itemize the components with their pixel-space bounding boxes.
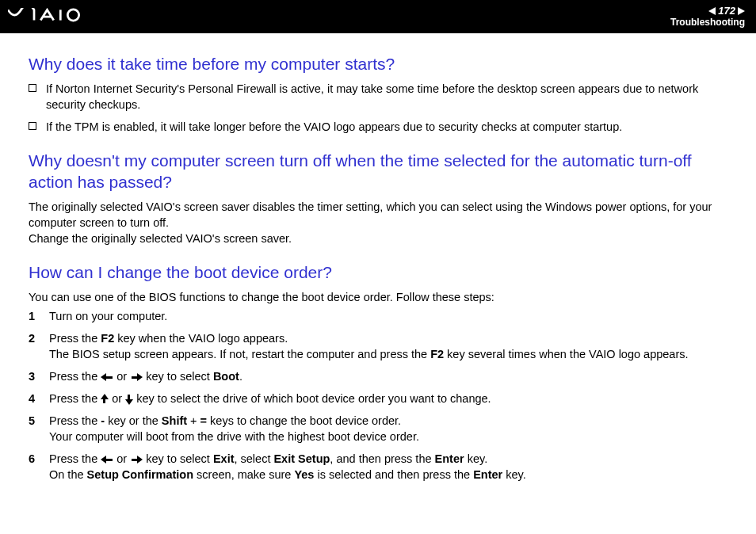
arrow-right-icon xyxy=(130,456,143,463)
svg-rect-0 xyxy=(59,10,62,20)
arrow-left-icon xyxy=(101,456,113,463)
question-heading-3: How can I change the boot device order? xyxy=(29,262,727,283)
answer-paragraph: The originally selected VAIO's screen sa… xyxy=(29,199,727,246)
square-bullet-icon xyxy=(29,84,36,92)
step-item: 3 Press the or key to select Boot. xyxy=(29,368,727,384)
step-item: 2 Press the F2 key when the VAIO logo ap… xyxy=(29,330,727,362)
header-bar: 172 Troubleshooting xyxy=(0,0,756,33)
vaio-logo xyxy=(8,8,95,25)
arrow-up-icon xyxy=(101,394,109,405)
step-text: Turn on your computer. xyxy=(49,308,727,324)
list-item-text: If Norton Internet Security's Personal F… xyxy=(46,81,727,113)
prev-page-icon[interactable] xyxy=(708,7,716,15)
question-heading-2: Why doesn't my computer screen turn off … xyxy=(29,151,727,193)
arrow-right-icon xyxy=(130,373,143,381)
list-item: If the TPM is enabled, it will take long… xyxy=(29,119,727,135)
text: The originally selected VAIO's screen sa… xyxy=(29,200,712,229)
arrow-left-icon xyxy=(101,373,113,381)
section-label: Troubleshooting xyxy=(670,17,745,29)
step-item: 4 Press the or key to select the drive o… xyxy=(29,391,727,406)
step-number: 2 xyxy=(29,330,40,362)
arrow-down-icon xyxy=(125,394,133,405)
step-number: 5 xyxy=(29,413,40,444)
page-navigator: 172 xyxy=(708,6,745,17)
list-item: If Norton Internet Security's Personal F… xyxy=(29,81,727,113)
question-heading-1: Why does it take time before my computer… xyxy=(29,54,727,74)
step-number: 3 xyxy=(29,368,40,384)
step-text: Press the or key to select the drive of … xyxy=(49,391,727,406)
step-item: 1 Turn on your computer. xyxy=(29,308,727,324)
numbered-steps: 1 Turn on your computer. 2 Press the F2 … xyxy=(29,308,727,483)
step-item: 6 Press the or key to select Exit, selec… xyxy=(29,451,727,483)
step-number: 6 xyxy=(29,451,40,483)
step-number: 1 xyxy=(29,308,40,324)
step-item: 5 Press the - key or the Shift + = keys … xyxy=(29,413,727,444)
svg-point-1 xyxy=(67,10,78,21)
page-content: Why does it take time before my computer… xyxy=(0,33,756,497)
intro-paragraph: You can use one of the BIOS functions to… xyxy=(29,289,727,305)
bullet-list-1: If Norton Internet Security's Personal F… xyxy=(29,81,727,135)
step-number: 4 xyxy=(29,391,40,406)
square-bullet-icon xyxy=(29,122,36,130)
step-text: Press the or key to select Boot. xyxy=(49,368,727,384)
text: Change the originally selected VAIO's sc… xyxy=(29,232,292,245)
step-text: Press the - key or the Shift + = keys to… xyxy=(49,413,727,444)
step-text: Press the F2 key when the VAIO logo appe… xyxy=(49,330,727,362)
step-text: Press the or key to select Exit, select … xyxy=(49,451,727,483)
list-item-text: If the TPM is enabled, it will take long… xyxy=(46,119,727,135)
page-number: 172 xyxy=(718,6,735,17)
next-page-icon[interactable] xyxy=(738,7,745,15)
